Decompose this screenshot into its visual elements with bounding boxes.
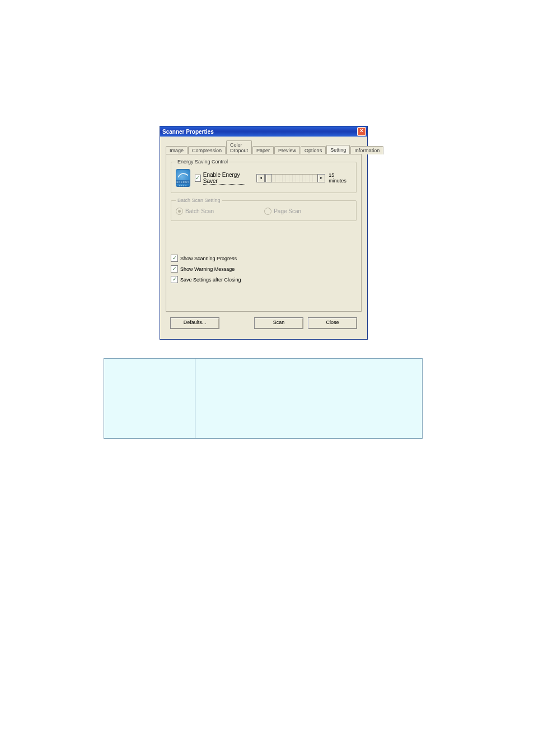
energy-star-icon: ENERGY STAR: [176, 169, 190, 187]
energy-saving-row: ENERGY STAR Enable Energy Saver ◂ ▸ 15 m…: [176, 169, 352, 187]
show-scanning-progress-label: Show Scanning Progress: [180, 256, 237, 261]
save-settings-after-closing-label: Save Settings after Closing: [180, 277, 241, 283]
scan-button[interactable]: Scan: [254, 317, 303, 329]
tab-information[interactable]: Information: [350, 146, 383, 154]
tab-compression[interactable]: Compression: [188, 146, 226, 154]
tab-image[interactable]: Image: [166, 146, 188, 154]
close-button[interactable]: Close: [308, 317, 357, 329]
enable-energy-saver-label: Enable Energy Saver: [203, 172, 246, 185]
tab-preview[interactable]: Preview: [274, 146, 300, 154]
enable-energy-saver-checkbox[interactable]: [195, 175, 201, 182]
batch-scan-label: Batch Scan: [185, 208, 214, 214]
page-scan-label: Page Scan: [274, 208, 301, 214]
table-row: [104, 359, 423, 439]
page-scan-radio: [264, 208, 271, 215]
tab-strip: Image Compression Color Dropout Paper Pr…: [166, 140, 362, 154]
show-warning-message-checkbox[interactable]: [171, 265, 178, 273]
show-warning-message-label: Show Warning Message: [180, 266, 235, 272]
tab-options[interactable]: Options: [301, 146, 326, 154]
slider-value-label: 15 minutes: [329, 172, 352, 184]
save-settings-after-closing-checkbox[interactable]: [171, 276, 178, 283]
scanner-properties-dialog: Scanner Properties × Image Compression C…: [160, 126, 368, 340]
dialog-body: Image Compression Color Dropout Paper Pr…: [160, 137, 367, 339]
titlebar[interactable]: Scanner Properties ×: [160, 126, 367, 137]
slider-track[interactable]: [265, 174, 318, 182]
table-cell-left: [104, 359, 195, 439]
tab-color-dropout[interactable]: Color Dropout: [226, 140, 252, 154]
options-checklist: Show Scanning Progress Show Warning Mess…: [171, 255, 357, 283]
slider-right-arrow-icon[interactable]: ▸: [317, 174, 325, 182]
batch-scan-legend: Batch Scan Setting: [176, 198, 222, 203]
slider-thumb[interactable]: [265, 174, 272, 182]
tab-content-setting: Energy Saving Control ENERGY STAR Enable…: [166, 154, 362, 312]
document-page: Scanner Properties × Image Compression C…: [0, 0, 534, 756]
window-title: Scanner Properties: [162, 129, 214, 135]
batch-scan-radio: [176, 208, 183, 215]
tab-setting[interactable]: Setting: [326, 145, 350, 154]
tab-paper[interactable]: Paper: [252, 146, 274, 154]
slider-left-arrow-icon[interactable]: ◂: [256, 174, 264, 182]
energy-saver-timeout-slider[interactable]: ◂ ▸ 15 minutes: [256, 172, 352, 184]
close-icon[interactable]: ×: [357, 127, 366, 136]
table-cell-right: [195, 359, 423, 439]
batch-scan-group: Batch Scan Setting Batch Scan Page Scan: [171, 198, 357, 221]
dialog-button-bar: Defaults... Scan Close: [166, 312, 362, 334]
show-scanning-progress-checkbox[interactable]: [171, 255, 178, 262]
energy-saving-group: Energy Saving Control ENERGY STAR Enable…: [171, 159, 357, 193]
defaults-button[interactable]: Defaults...: [170, 317, 219, 329]
definition-table: [104, 358, 423, 439]
energy-saving-legend: Energy Saving Control: [176, 159, 229, 165]
energy-star-label: ENERGY STAR: [176, 180, 190, 184]
